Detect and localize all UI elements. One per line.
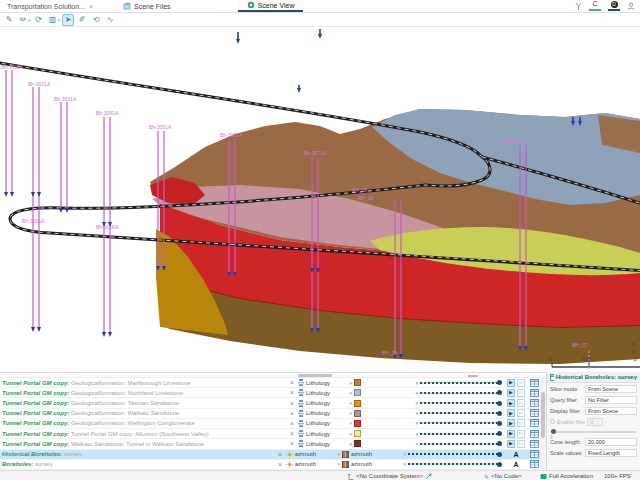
opacity-slider[interactable]: [408, 460, 504, 469]
scene-object-row[interactable]: Tunnel Portal GM copy: Geologicalformati…: [0, 419, 540, 429]
open-table-button[interactable]: [528, 399, 540, 407]
scene-object-row[interactable]: Tunnel Portal GM copy: Geologicalformati…: [0, 378, 540, 388]
scene-object-row[interactable]: Tunnel Portal GM copy: Tunnel Portal GM …: [0, 429, 540, 439]
user-icon[interactable]: [627, 2, 635, 10]
code-status[interactable]: ✎ <No Code>: [484, 471, 522, 480]
view-type-dropdown[interactable]: Lithology ▾: [298, 430, 354, 437]
color-swatch[interactable]: [354, 420, 361, 427]
open-table-button[interactable]: [528, 409, 540, 417]
view-type-dropdown[interactable]: Lithology ▾: [298, 389, 354, 396]
remove-object-icon[interactable]: ×: [286, 389, 298, 396]
query-filter-select[interactable]: No Filter: [585, 396, 637, 404]
select-tool[interactable]: ➤: [62, 14, 74, 26]
label-toggle-button[interactable]: A: [504, 451, 528, 458]
scene-object-row[interactable]: Boreholes: survey × azimuth ▾ azimuth ▾ …: [0, 460, 540, 470]
remove-object-icon[interactable]: ×: [286, 379, 298, 386]
colormap-swatch[interactable]: [342, 461, 349, 468]
color-cell[interactable]: ▾: [354, 420, 420, 427]
remove-object-icon[interactable]: ×: [286, 400, 298, 407]
color-swatch[interactable]: [354, 430, 361, 437]
color-cell[interactable]: ▾: [354, 400, 420, 407]
display-filter-select[interactable]: From Scene: [585, 407, 637, 415]
color-cell[interactable]: ▾: [354, 389, 420, 396]
slider-handle[interactable]: [497, 390, 502, 395]
cone-length-field[interactable]: 20,000: [585, 438, 637, 446]
color-swatch[interactable]: [354, 440, 361, 447]
color-cell[interactable]: ▾: [354, 410, 420, 417]
slider-handle[interactable]: [497, 380, 502, 385]
open-table-button[interactable]: [528, 379, 540, 387]
slider-handle[interactable]: [551, 429, 556, 434]
color-swatch[interactable]: [354, 379, 361, 386]
filter-toggle-off-button[interactable]: ▷: [517, 379, 525, 387]
tab-scene-files[interactable]: Scene Files: [114, 0, 180, 12]
filter-toggle-off-button[interactable]: ▷: [517, 430, 525, 438]
color-cell[interactable]: azimuth ▾: [342, 451, 408, 458]
scene-object-row[interactable]: Historical Boreholes: survey × azimuth ▾…: [0, 450, 540, 460]
chevron-down-icon[interactable]: ▾: [58, 17, 61, 23]
slider-handle[interactable]: [497, 441, 502, 446]
close-icon[interactable]: ×: [89, 3, 93, 10]
column-resize-handle[interactable]: [468, 375, 478, 377]
annotate-tool[interactable]: ✎: [3, 14, 15, 26]
opacity-slider[interactable]: [420, 388, 504, 397]
filter-toggle-on-button[interactable]: ▶: [507, 389, 515, 397]
color-cell[interactable]: ▾: [354, 379, 420, 386]
filter-toggle-off-button[interactable]: ▷: [517, 399, 525, 407]
view-type-dropdown[interactable]: Lithology ▾: [298, 420, 354, 427]
view-type-dropdown[interactable]: Lithology ▾: [298, 379, 354, 386]
filter-toggle-on-button[interactable]: ▶: [507, 379, 515, 387]
remove-object-icon[interactable]: ×: [274, 461, 286, 468]
remove-object-icon[interactable]: ×: [274, 451, 286, 458]
filter-toggle-off-button[interactable]: ▷: [517, 419, 525, 427]
scene-object-row[interactable]: Tunnel Portal GM copy: Geologicalformati…: [0, 388, 540, 398]
filter-toggle-on-button[interactable]: ▶: [507, 409, 515, 417]
opacity-slider[interactable]: [420, 439, 504, 448]
refresh-tool[interactable]: ⟳: [33, 14, 45, 26]
project-badge[interactable]: D: [608, 1, 620, 11]
remove-object-icon[interactable]: ×: [286, 420, 298, 427]
color-cell[interactable]: ▾: [354, 430, 420, 437]
slider-handle[interactable]: [497, 462, 502, 467]
scene-object-row[interactable]: Tunnel Portal GM copy: Waikato Sandstone…: [0, 439, 540, 449]
color-swatch[interactable]: [354, 410, 361, 417]
color-swatch[interactable]: [354, 389, 361, 396]
attach-tool[interactable]: ∿: [104, 14, 116, 26]
view-type-dropdown[interactable]: azimuth ▾: [286, 461, 342, 468]
filter-toggle-on-button[interactable]: ▶: [507, 430, 515, 438]
scene-object-row[interactable]: Tunnel Portal GM copy: Geologicalformati…: [0, 398, 540, 408]
scale-values-select[interactable]: Fixed Length: [585, 449, 637, 457]
measure-tool[interactable]: ✐: [76, 14, 88, 26]
filter-range-slider[interactable]: 0: [547, 427, 640, 436]
tab-scene-view[interactable]: Scene View: [238, 0, 304, 12]
filter-min-field[interactable]: 0: [587, 418, 603, 426]
open-table-button[interactable]: [528, 440, 540, 448]
chevron-down-icon[interactable]: ▾: [28, 17, 31, 23]
remove-object-icon[interactable]: ×: [286, 410, 298, 417]
slider-handle[interactable]: [497, 431, 502, 436]
color-cell[interactable]: ▾: [354, 440, 420, 447]
opacity-slider[interactable]: [420, 419, 504, 428]
opacity-slider[interactable]: [408, 450, 504, 459]
filter-toggle-off-button[interactable]: ▷: [517, 440, 525, 448]
opacity-slider[interactable]: [420, 409, 504, 418]
slider-handle[interactable]: [497, 401, 502, 406]
opacity-slider[interactable]: [420, 398, 504, 407]
filter-toggle-off-button[interactable]: ▷: [517, 409, 525, 417]
document-tab[interactable]: Transportation Solution... ×: [0, 0, 100, 12]
colormap-swatch[interactable]: [342, 451, 349, 458]
filter-toggle-off-button[interactable]: ▷: [517, 389, 525, 397]
scrollbar-thumb[interactable]: [541, 392, 545, 438]
opacity-slider[interactable]: [420, 378, 504, 387]
filter-toggle-on-button[interactable]: ▶: [507, 399, 515, 407]
color-swatch[interactable]: [354, 400, 361, 407]
remove-object-icon[interactable]: ×: [286, 430, 298, 437]
open-table-button[interactable]: [528, 389, 540, 397]
filter-toggle-on-button[interactable]: ▶: [507, 440, 515, 448]
horizontal-scrollbar[interactable]: [298, 374, 332, 377]
opacity-slider[interactable]: [420, 429, 504, 438]
open-table-button[interactable]: [528, 430, 540, 438]
color-cell[interactable]: azimuth ▾: [342, 461, 408, 468]
slider-handle[interactable]: [497, 411, 502, 416]
coordinate-system-status[interactable]: <No Coordinate System>: [348, 471, 432, 480]
